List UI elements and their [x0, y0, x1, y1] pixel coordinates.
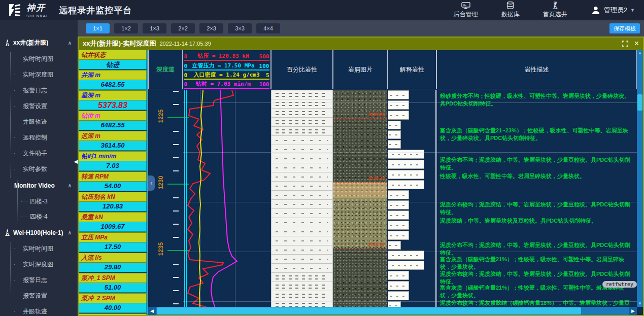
- cuttings-depth-label: 3737.58: [368, 112, 385, 117]
- scroll-right-button[interactable]: ▶: [629, 307, 637, 315]
- app-title: 远程录井监控平台: [59, 5, 132, 16]
- horizontal-scroll-thumb[interactable]: [157, 307, 581, 314]
- layout-button-4×4[interactable]: 4×4: [256, 23, 280, 33]
- sidebar-item[interactable]: 报警日志: [0, 83, 78, 98]
- interpreted-lithology-box: [388, 190, 409, 199]
- panel-timestamp: 2022-11-14 17:05:39: [159, 41, 211, 47]
- sidebar-item[interactable]: 报警设置: [0, 288, 78, 304]
- scroll-up-button[interactable]: ▲: [637, 50, 643, 56]
- sidebar-item[interactable]: 实时时间图: [0, 241, 78, 257]
- sidebar-item-label: 井眼轨迹: [23, 307, 47, 316]
- horizontal-scrollbar[interactable]: ◀ ▶: [148, 307, 637, 315]
- cuttings-depth-boundary: [333, 182, 387, 183]
- layout-button-1×1[interactable]: 1×1: [86, 23, 110, 33]
- layout-toolbar: 保存模板 1×11×21×32×22×33×34×4: [78, 20, 644, 37]
- sidebar-item[interactable]: 实时参数: [0, 161, 78, 177]
- close-icon[interactable]: ×: [634, 40, 639, 48]
- interpreted-lithology-box: [388, 231, 409, 240]
- param-collapse-handle[interactable]: ‹: [148, 175, 155, 191]
- cuttings-photo-track: 3737.583739.433741.29: [333, 90, 387, 307]
- lithology-percent-row: [272, 236, 332, 245]
- parameter-value: 3614.50: [79, 141, 147, 151]
- depth-minor-tick: [173, 210, 179, 212]
- tree-connector: [14, 106, 20, 107]
- parameter-block: 垂深 m5373.83: [79, 90, 147, 110]
- scroll-left-button[interactable]: ◀: [148, 307, 156, 315]
- depth-minor-tick: [173, 91, 179, 92]
- lithology-description-text: 泥质分布较均；泥质胶结，中等。岩屑呈块状，少量豆粒状。具PDC钻头切削特征。: [440, 201, 635, 216]
- sidebar-item[interactable]: 实时时间图: [0, 51, 78, 67]
- lithology-percent-row: [272, 218, 332, 227]
- menu-database[interactable]: 数据库: [501, 2, 520, 19]
- collapse-caret-icon[interactable]: ∧: [68, 183, 72, 188]
- sidebar-item[interactable]: 实时深度图: [0, 67, 78, 83]
- tree-connector: [14, 137, 20, 138]
- cuttings-photo-section: [333, 118, 387, 182]
- panel-title: xx井(新井眼)-实时深度图: [83, 39, 156, 48]
- lithology-description-text: 泥质胶结，中等。岩屑呈块状及豆粒状。具PDC钻头切削特征。: [440, 217, 635, 225]
- sidebar-item-label: 报警设置: [23, 292, 47, 300]
- collapse-caret-icon[interactable]: ∧: [68, 40, 72, 46]
- grid-line: [183, 102, 637, 103]
- parameter-value: 6482.55: [79, 80, 147, 90]
- well-tree: xx井(新井眼)∧实时时间图实时深度图报警日志报警设置井眼轨迹远程控制文件助手实…: [0, 20, 78, 316]
- layout-button-1×2[interactable]: 1×2: [114, 23, 138, 33]
- parameter-block: 钻位 m6482.55: [79, 111, 147, 130]
- sidebar-item[interactable]: 实时深度图: [0, 257, 78, 272]
- layout-button-1×3[interactable]: 1×3: [143, 23, 166, 33]
- panel-title-bar: xx井(新井眼)-实时深度图 2022-11-14 17:05:39 ×: [79, 38, 643, 50]
- save-template-button[interactable]: 保存模板: [609, 23, 640, 33]
- lithology-percent-row: [272, 109, 332, 118]
- sidebar-item[interactable]: 报警日志: [0, 272, 78, 288]
- interpreted-lithology-box: [388, 150, 424, 159]
- lithology-percent-row: [272, 227, 332, 236]
- menu-database-label: 数据库: [501, 10, 520, 19]
- grid-line: [183, 252, 637, 252]
- interpreted-lithology-box: [388, 130, 401, 139]
- sidebar-item[interactable]: xx井(新井眼)∧: [0, 34, 78, 51]
- lithology-percent-row: [272, 127, 332, 136]
- collapse-caret-icon[interactable]: ∧: [68, 230, 72, 235]
- sidebar-item[interactable]: 报警设置: [0, 98, 78, 114]
- vertical-scrollbar[interactable]: ▲ ▼: [637, 50, 643, 307]
- sidebar-item-label: 报警日志: [23, 276, 47, 285]
- sidebar-item[interactable]: 四楼-4: [0, 209, 78, 224]
- expand-icon[interactable]: [622, 41, 628, 47]
- parameter-block: 泵冲_1 SPM51.00: [79, 273, 147, 293]
- sidebar-item[interactable]: 井眼轨迹: [0, 304, 78, 316]
- scroll-down-button[interactable]: ▼: [637, 300, 643, 307]
- sidebar-item[interactable]: 四楼-3: [0, 194, 78, 209]
- sidebar-item[interactable]: 文件助手: [0, 146, 78, 161]
- interpreted-lithology-box: [388, 100, 409, 110]
- sidebar-item-label: 四楼-3: [30, 197, 48, 206]
- layout-button-2×2[interactable]: 2×2: [171, 23, 195, 33]
- lithology-description-text: 泥质分布不均；泥质胶结，中等。岩屑呈块状，少量豆粒状。具PDC钻头切削特征。: [440, 241, 635, 257]
- lithology-percent-row: [272, 255, 332, 264]
- menu-home-well-select[interactable]: 首页选井: [543, 2, 567, 19]
- sidebar-collapse-handle[interactable]: ◀: [74, 158, 78, 165]
- depth-minor-tick: [173, 303, 179, 304]
- interpreted-lithology-box: [388, 261, 424, 270]
- layout-button-2×3[interactable]: 2×3: [199, 23, 223, 33]
- sidebar-item[interactable]: Monitor Video∧: [0, 177, 78, 194]
- interpreted-lithology-box: [388, 210, 409, 220]
- depth-minor-tick: [173, 224, 179, 225]
- parameter-label: 泵冲_2 SPM: [79, 293, 147, 303]
- legend-scale-max: 500: [259, 53, 269, 60]
- cuttings-depth-label: 3739.43: [368, 176, 385, 181]
- legend-curve-name-value: 钻压 = 120.83 kN: [197, 52, 249, 60]
- legend-scale-min: 0: [184, 81, 188, 88]
- realtime-parameter-column: 钻井状态钻进井深 m6482.55垂深 m5373.83钻位 m6482.55迟…: [79, 50, 148, 315]
- depth-chart-panel: xx井(新井眼)-实时深度图 2022-11-14 17:05:39 × 钻井状…: [78, 37, 644, 316]
- interpreted-lithology-box: [388, 160, 424, 169]
- sidebar-item[interactable]: Wei-H100(Hole-1)∧: [0, 224, 78, 241]
- menu-backend-admin[interactable]: 后台管理: [454, 2, 478, 19]
- tree-connector: [14, 75, 20, 75]
- depth-major-tick: [167, 184, 183, 185]
- depth-log-chart: 深度道 0钻压 = 120.83 kN5000立管压力 = 17.50 MPa1…: [148, 50, 643, 315]
- vertical-scroll-thumb[interactable]: [637, 94, 642, 111]
- sidebar-item[interactable]: 远程控制: [0, 130, 78, 146]
- sidebar-item[interactable]: 井眼轨迹: [0, 114, 78, 130]
- user-menu[interactable]: 管理员2 ▼: [591, 5, 635, 15]
- layout-button-3×3[interactable]: 3×3: [228, 23, 252, 33]
